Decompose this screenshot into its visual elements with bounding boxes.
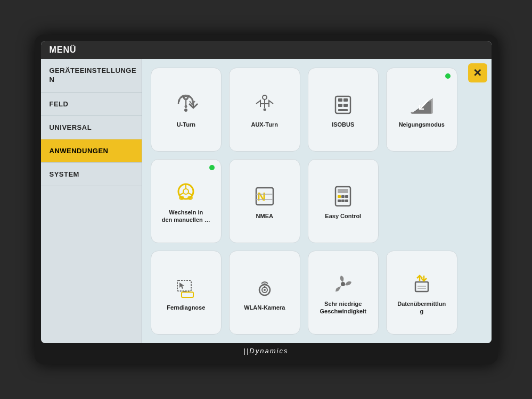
svg-point-2 (184, 96, 187, 99)
svg-rect-11 (343, 98, 348, 102)
sidebar-item-universal[interactable]: UNIVERSAL (41, 116, 142, 139)
tile-uturn-label: U-Turn (177, 121, 195, 128)
svg-point-46 (341, 282, 345, 286)
svg-rect-12 (338, 104, 342, 107)
brand-bar: ||Dynamics (41, 343, 492, 358)
svg-rect-47 (415, 282, 428, 292)
svg-rect-13 (343, 104, 348, 107)
tile-manuell[interactable]: Wechseln inden manuellen … (151, 159, 222, 243)
brand-label: ||Dynamics (244, 347, 289, 355)
tile-ferndiagnose[interactable]: Ferndiagnose (151, 251, 222, 335)
tile-empty (386, 159, 457, 243)
screen-inner: MENÜ GERÄTEEINSTELLUNGEN FELD UNIVERSAL … (41, 41, 492, 343)
manuell-icon (173, 180, 199, 205)
svg-point-5 (263, 95, 267, 99)
neigungsmodus-status-dot (445, 73, 451, 79)
svg-rect-37 (345, 200, 348, 202)
svg-marker-41 (179, 282, 184, 289)
tile-neigungsmodus[interactable]: Neigungsmodus (386, 68, 457, 152)
tile-nmea-label: NMEA (256, 212, 273, 220)
svg-rect-31 (338, 189, 348, 193)
svg-rect-39 (182, 292, 193, 297)
header-title: MENÜ (50, 45, 77, 54)
svg-rect-33 (341, 195, 345, 198)
svg-point-45 (264, 286, 265, 287)
tiles-grid: U-Turn A (151, 68, 483, 335)
tile-uturn[interactable]: U-Turn (151, 68, 222, 152)
tile-easycontrol-label: Easy Control (325, 212, 361, 220)
sidebar-item-feld[interactable]: FELD (41, 93, 142, 116)
header: MENÜ (41, 41, 492, 59)
svg-rect-36 (341, 200, 345, 202)
tile-niedrige-label: Sehr niedrigeGeschwindigkeit (320, 300, 366, 315)
close-button[interactable]: ✕ (468, 63, 487, 82)
tile-isobus[interactable]: ISOBUS (308, 68, 379, 152)
tile-manuell-label: Wechseln inden manuellen … (162, 209, 210, 224)
svg-point-1 (184, 109, 187, 112)
sidebar: GERÄTEEINSTELLUNGEN FELD UNIVERSAL ANWEN… (41, 59, 142, 343)
svg-point-7 (263, 108, 266, 111)
neigungsmodus-icon (409, 92, 435, 118)
screen-bezel: MENÜ GERÄTEEINSTELLUNGEN FELD UNIVERSAL … (35, 35, 498, 364)
svg-rect-34 (345, 195, 348, 198)
tile-datenuebermittlung-label: Datenübermittlung (397, 300, 446, 315)
manuell-status-dot (209, 165, 215, 170)
svg-point-20 (183, 189, 189, 194)
easycontrol-icon (330, 184, 356, 209)
svg-point-44 (264, 289, 266, 291)
niedrige-icon (330, 271, 356, 297)
tile-auxturn[interactable]: AUX-Turn (229, 68, 300, 152)
svg-point-24 (179, 196, 184, 200)
svg-rect-32 (338, 195, 341, 198)
datenuebermittlung-icon (409, 271, 435, 297)
tile-isobus-label: ISOBUS (332, 121, 354, 128)
tile-wlankamera[interactable]: WLAN-Kamera (229, 251, 300, 335)
tile-ferndiagnose-label: Ferndiagnose (167, 304, 205, 311)
sidebar-item-anwendungen[interactable]: ANWENDUNGEN (41, 139, 142, 163)
tile-neigungsmodus-label: Neigungsmodus (399, 121, 445, 128)
auxturn-icon (252, 92, 277, 118)
tile-wlankamera-label: WLAN-Kamera (244, 304, 285, 311)
nmea-icon: N (252, 184, 277, 209)
svg-point-4 (185, 105, 187, 107)
tile-easycontrol[interactable]: Easy Control (308, 159, 379, 243)
uturn-icon (173, 92, 199, 118)
main-area: ✕ (142, 59, 492, 343)
svg-rect-14 (338, 109, 348, 111)
tile-nmea[interactable]: N NMEA (229, 159, 300, 243)
svg-point-25 (187, 196, 193, 200)
svg-text:N: N (257, 190, 266, 203)
svg-rect-10 (338, 98, 342, 102)
tile-auxturn-label: AUX-Turn (251, 121, 278, 128)
tile-datenuebermittlung[interactable]: Datenübermittlung (386, 251, 457, 335)
sidebar-item-system[interactable]: SYSTEM (41, 163, 142, 186)
content-area: GERÄTEEINSTELLUNGEN FELD UNIVERSAL ANWEN… (41, 59, 492, 343)
tile-niedrige[interactable]: Sehr niedrigeGeschwindigkeit (308, 251, 379, 335)
svg-rect-35 (338, 200, 341, 202)
isobus-icon (330, 92, 356, 118)
sidebar-item-geraeteeinstellungen[interactable]: GERÄTEEINSTELLUNGEN (41, 59, 142, 93)
ferndiagnose-icon (173, 275, 199, 301)
wlankamera-icon (252, 275, 277, 301)
